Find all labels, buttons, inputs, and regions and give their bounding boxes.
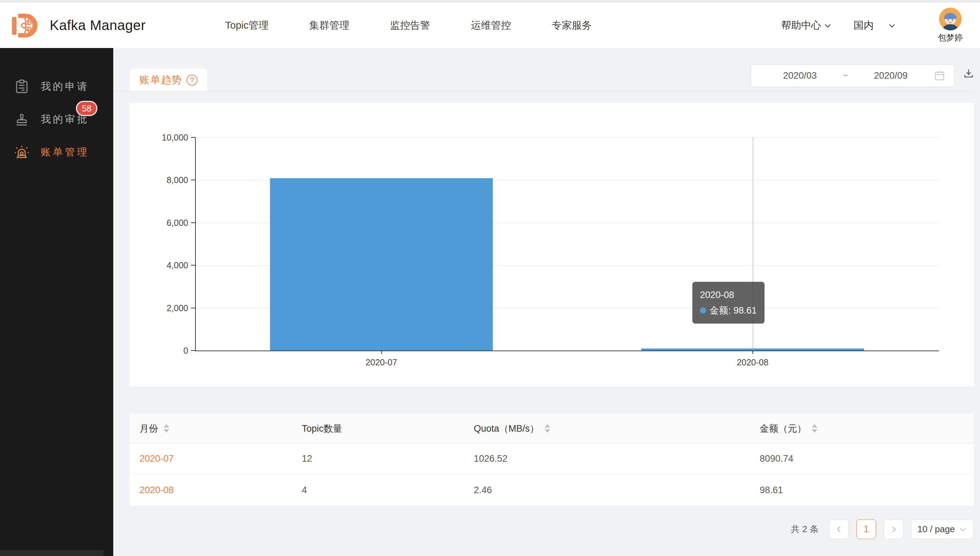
page-size-value: 10 / page bbox=[917, 524, 955, 535]
y-axis-label: 4,000 bbox=[166, 260, 188, 270]
sort-caret-icons[interactable] bbox=[544, 424, 550, 433]
nav-item-ops[interactable]: 运维管控 bbox=[471, 19, 511, 32]
help-center-label: 帮助中心 bbox=[781, 19, 821, 32]
chevron-down-icon bbox=[958, 525, 967, 534]
x-axis-tick bbox=[381, 351, 382, 354]
cell-topics: 4 bbox=[302, 485, 474, 496]
help-center-menu[interactable]: 帮助中心 bbox=[781, 19, 832, 32]
nav-item-expert[interactable]: 专家服务 bbox=[552, 19, 592, 32]
chevron-right-icon bbox=[890, 525, 898, 533]
kafka-manager-app: Kafka Manager Topic管理 集群管理 监控告警 运维管控 专家服… bbox=[0, 0, 980, 556]
app-title: Kafka Manager bbox=[50, 18, 146, 33]
sidebar-item-my-approvals[interactable]: 我的审批 58 bbox=[0, 103, 113, 136]
cell-amount: 98.61 bbox=[760, 485, 974, 496]
y-axis-tick bbox=[191, 137, 195, 138]
column-header-quota[interactable]: Quota（MB/s） bbox=[474, 422, 760, 435]
cell-quota: 2.46 bbox=[474, 485, 760, 496]
next-page-button[interactable] bbox=[884, 519, 903, 539]
y-axis-tick bbox=[191, 350, 195, 351]
tab-label: 账单趋势 bbox=[139, 73, 182, 87]
calendar-icon bbox=[934, 70, 945, 81]
sidebar-item-label: 账单管理 bbox=[41, 145, 89, 159]
column-header-amount[interactable]: 金额（元） bbox=[760, 422, 974, 435]
y-axis-line bbox=[195, 137, 196, 351]
chevron-left-icon bbox=[835, 525, 843, 533]
download-icon[interactable] bbox=[963, 68, 974, 79]
billing-trend-chart-panel: 02,0004,0006,0008,00010,0002020-072020-0… bbox=[129, 103, 974, 386]
total-count-label: 共 2 条 bbox=[791, 523, 819, 535]
user-name: 包梦婷 bbox=[938, 32, 963, 43]
page-1-button[interactable]: 1 bbox=[856, 519, 876, 539]
x-axis-label: 2020-07 bbox=[366, 357, 397, 367]
prev-page-button[interactable] bbox=[829, 519, 849, 539]
date-end-value[interactable]: 2020/09 bbox=[851, 70, 931, 81]
month-link[interactable]: 2020-08 bbox=[139, 485, 302, 496]
cell-amount: 8090.74 bbox=[760, 453, 974, 464]
approvals-count-badge: 58 bbox=[76, 101, 97, 116]
user-menu[interactable]: 包梦婷 bbox=[938, 8, 963, 43]
region-selector[interactable]: 国内 bbox=[854, 19, 896, 32]
y-axis-tick bbox=[191, 222, 195, 223]
table-row: 2020-07 12 1026.52 8090.74 bbox=[129, 443, 974, 475]
tab-billing-trend[interactable]: 账单趋势 ? bbox=[130, 69, 207, 92]
column-label: Topic数量 bbox=[302, 422, 342, 435]
date-start-value[interactable]: 2020/03 bbox=[760, 70, 840, 81]
y-axis-label: 10,000 bbox=[162, 133, 188, 142]
table-header-row: 月份 Topic数量 Quota（MB/s） 金额（元） bbox=[129, 414, 974, 443]
topbar-right: 帮助中心 国内 bbox=[781, 3, 963, 48]
nav-item-cluster[interactable]: 集群管理 bbox=[309, 19, 349, 32]
top-navigation-bar: Kafka Manager Topic管理 集群管理 监控告警 运维管控 专家服… bbox=[0, 3, 980, 48]
month-link[interactable]: 2020-07 bbox=[139, 453, 302, 464]
series-dot-icon bbox=[700, 307, 706, 314]
bar-chart: 02,0004,0006,0008,00010,0002020-072020-0… bbox=[196, 137, 938, 351]
clipboard-icon bbox=[15, 79, 29, 94]
nav-item-monitor[interactable]: 监控告警 bbox=[390, 19, 430, 32]
y-axis-tick bbox=[191, 179, 195, 180]
sort-caret-icons[interactable] bbox=[812, 424, 817, 433]
region-label: 国内 bbox=[854, 19, 873, 32]
gridline bbox=[196, 137, 938, 138]
table-row: 2020-08 4 2.46 98.61 bbox=[129, 475, 974, 506]
y-axis-tick bbox=[191, 265, 195, 265]
sidebar-item-my-applications[interactable]: 我的申请 bbox=[0, 70, 113, 103]
brand[interactable]: Kafka Manager bbox=[10, 13, 146, 39]
main-content: 账单趋势 ? 2020/03 ~ 2020/09 bbox=[113, 48, 980, 556]
y-axis-label: 0 bbox=[183, 346, 188, 356]
column-label: 月份 bbox=[139, 422, 158, 435]
billing-table: 月份 Topic数量 Quota（MB/s） 金额（元） bbox=[129, 414, 974, 506]
chevron-down-icon bbox=[888, 21, 896, 30]
y-axis-label: 2,000 bbox=[166, 303, 188, 313]
x-axis-tick bbox=[752, 351, 753, 354]
sidebar-collapse-bar[interactable] bbox=[0, 550, 103, 556]
date-range-picker[interactable]: 2020/03 ~ 2020/09 bbox=[751, 64, 954, 87]
toolbar: 账单趋势 ? 2020/03 ~ 2020/09 bbox=[113, 48, 980, 92]
chevron-down-icon bbox=[823, 21, 832, 30]
avatar bbox=[939, 8, 962, 31]
x-axis-label: 2020-08 bbox=[737, 357, 769, 367]
siren-icon bbox=[15, 145, 29, 160]
stamp-icon bbox=[15, 112, 29, 127]
page-body: 我的申请 我的审批 58 bbox=[0, 48, 980, 556]
column-label: Quota（MB/s） bbox=[474, 422, 539, 435]
cell-quota: 1026.52 bbox=[474, 453, 760, 464]
date-range-separator: ~ bbox=[840, 70, 851, 81]
help-circle-icon[interactable]: ? bbox=[186, 74, 197, 86]
sidebar-item-billing[interactable]: 账单管理 bbox=[0, 136, 113, 168]
bar[interactable] bbox=[270, 178, 493, 351]
toolbar-divider bbox=[113, 91, 974, 92]
y-axis-tick bbox=[191, 308, 195, 309]
cell-topics: 12 bbox=[302, 453, 474, 464]
sort-caret-icons[interactable] bbox=[164, 424, 169, 433]
column-header-topics: Topic数量 bbox=[302, 422, 474, 435]
y-axis-label: 6,000 bbox=[166, 218, 188, 228]
column-label: 金额（元） bbox=[760, 422, 806, 435]
nav-item-topic[interactable]: Topic管理 bbox=[225, 19, 269, 32]
logo-icon bbox=[10, 13, 42, 39]
page-size-select[interactable]: 10 / page bbox=[911, 519, 974, 539]
chart-tooltip: 2020-08 金额: 98.61 bbox=[693, 282, 765, 323]
primary-nav: Topic管理 集群管理 监控告警 运维管控 专家服务 bbox=[225, 3, 633, 48]
column-header-month[interactable]: 月份 bbox=[139, 422, 302, 435]
x-axis-line bbox=[195, 351, 939, 351]
pagination: 共 2 条 1 10 / page bbox=[129, 519, 974, 539]
sidebar-item-label: 我的申请 bbox=[41, 80, 89, 94]
